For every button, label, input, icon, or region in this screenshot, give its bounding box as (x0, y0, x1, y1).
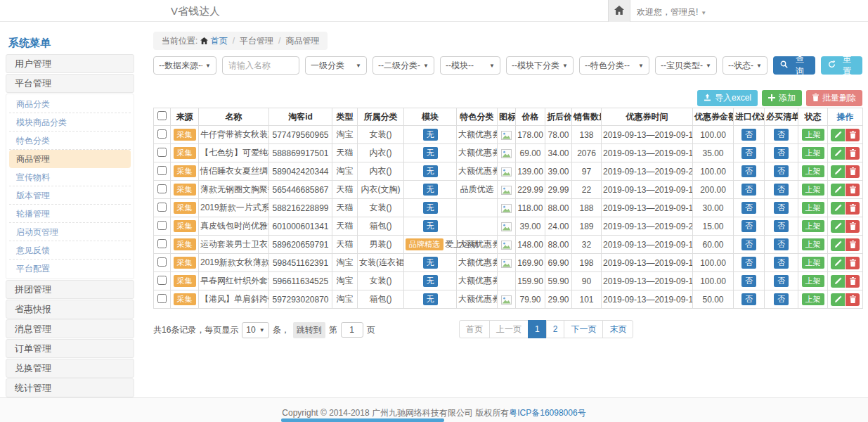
filter-module-select[interactable]: --模块--▼ (440, 56, 500, 75)
row-checkbox[interactable] (157, 294, 167, 303)
import-excel-button[interactable]: 导入excel (697, 90, 758, 106)
status-badge: 上架 (802, 184, 824, 196)
row-checkbox[interactable] (157, 276, 167, 285)
edit-button[interactable] (831, 238, 845, 251)
column-header: 价格 (516, 108, 545, 126)
batch-delete-button[interactable]: 批量删除 (806, 90, 862, 106)
sidebar-section-item[interactable]: 消息管理 (6, 319, 134, 338)
filter-level2-category-select[interactable]: --二级分类--▼ (373, 56, 434, 75)
cell-module: 无 (404, 217, 457, 236)
sidebar-section-item[interactable]: 拼团管理 (6, 280, 134, 299)
page-button[interactable]: 1 (528, 320, 547, 338)
sidebar-sub-item[interactable]: 轮播管理 (9, 205, 131, 223)
cell-taoke-id: 596611634525 (269, 272, 332, 290)
sidebar-sub-item[interactable]: 模块商品分类 (9, 113, 131, 132)
sidebar-section-item[interactable]: 订单管理 (6, 339, 134, 358)
top-header: V省钱达人 欢迎您，管理员!▼ (0, 0, 868, 22)
page-button[interactable]: 下一页 (564, 320, 603, 338)
cell-category: 箱包() (358, 290, 404, 309)
sidebar-sub-item[interactable]: 版本管理 (9, 186, 131, 205)
name-search-input[interactable] (222, 56, 299, 75)
cell-category: 内衣() (358, 162, 404, 181)
filter-data-source-select[interactable]: --数据来源--▼ (153, 56, 216, 75)
edit-button[interactable] (831, 293, 845, 306)
icp-link[interactable]: 粤ICP备16098006号 (509, 408, 585, 418)
sidebar-sub-item-active[interactable]: 商品管理 (9, 150, 131, 168)
jump-page-input[interactable] (341, 322, 363, 338)
filter-feature-category-select[interactable]: --特色分类--▼ (579, 56, 649, 75)
delete-button[interactable] (846, 257, 860, 269)
chevron-down-icon: ▼ (423, 63, 429, 69)
edit-button[interactable] (831, 202, 845, 215)
add-button[interactable]: 添加 (762, 90, 802, 106)
delete-button[interactable] (846, 220, 860, 233)
source-badge: 采集 (174, 165, 196, 177)
delete-button[interactable] (846, 293, 860, 306)
cell-coupon-amount: 100.00 (693, 162, 734, 181)
cell-module: 无 (404, 290, 457, 309)
source-badge: 采集 (174, 275, 196, 287)
delete-button[interactable] (846, 184, 860, 196)
row-checkbox[interactable] (157, 239, 167, 248)
sidebar-section-item[interactable]: 平台管理 (6, 74, 134, 93)
row-checkbox[interactable] (157, 184, 167, 193)
delete-button[interactable] (846, 147, 860, 160)
sidebar-section-item[interactable]: 统计管理 (6, 378, 134, 397)
sidebar-section-item[interactable]: 用户管理 (6, 54, 134, 73)
home-button[interactable] (608, 0, 630, 22)
reset-button[interactable]: 重置 (821, 56, 863, 75)
per-page-select[interactable]: 10▼ (242, 322, 268, 338)
sidebar-sub-item[interactable]: 意见反馈 (9, 241, 131, 260)
row-checkbox[interactable] (157, 166, 167, 175)
jump-to-label: 跳转到 (293, 322, 325, 338)
delete-button[interactable] (846, 238, 860, 251)
edit-button[interactable] (831, 184, 845, 196)
sidebar-sub-item[interactable]: 宣传物料 (9, 168, 131, 186)
cell-type: 淘宝 (332, 126, 358, 144)
cell-price: 169.90 (516, 254, 545, 272)
horizontal-scrollbar-thumb[interactable] (281, 418, 444, 422)
main-content: 当前位置: 首页 / 平台管理 / 商品管理 --数据来源--▼一级分类▼--二… (153, 32, 862, 397)
filter-bar: --数据来源--▼一级分类▼--二级分类--▼--模块--▼--模块下分类--▼… (153, 56, 862, 75)
sidebar-section-item[interactable]: 省惠快报 (6, 300, 134, 319)
module-badge: 无 (423, 165, 438, 177)
cell-sales: 90 (572, 272, 602, 290)
delete-button[interactable] (846, 165, 860, 178)
chevron-down-icon: ▼ (489, 63, 495, 69)
filter-level1-category-select[interactable]: 一级分类▼ (305, 56, 367, 75)
edit-button[interactable] (831, 129, 845, 141)
cell-icon (498, 254, 516, 272)
select-all-checkbox[interactable] (157, 111, 167, 120)
cell-coupon-time: 2019-09-13—2019-09-18 (602, 144, 693, 162)
page-button[interactable]: 2 (546, 320, 565, 338)
sidebar-sub-item[interactable]: 特色分类 (9, 132, 131, 150)
sidebar-sub-item[interactable]: 商品分类 (9, 95, 131, 113)
source-badge: 采集 (174, 220, 196, 232)
filter-status-select[interactable]: --状态--▼ (723, 56, 767, 75)
row-checkbox[interactable] (157, 148, 167, 157)
delete-button[interactable] (846, 275, 860, 288)
edit-button[interactable] (831, 275, 845, 288)
row-checkbox[interactable] (157, 257, 167, 267)
select-value: --模块-- (446, 60, 474, 72)
page-button[interactable]: 上一页 (489, 320, 529, 338)
sidebar-section-item[interactable]: 兑换管理 (6, 359, 134, 378)
breadcrumb-home-link[interactable]: 首页 (200, 35, 227, 47)
search-button[interactable]: 查询 (773, 56, 815, 75)
delete-button[interactable] (846, 129, 860, 141)
page-button[interactable]: 首页 (459, 320, 490, 338)
edit-button[interactable] (831, 257, 845, 269)
row-checkbox[interactable] (157, 203, 167, 212)
row-checkbox[interactable] (157, 129, 167, 139)
edit-button[interactable] (831, 147, 845, 160)
row-checkbox[interactable] (157, 221, 167, 230)
filter-item-type-select[interactable]: --宝贝类型--▼ (655, 56, 717, 75)
edit-button[interactable] (831, 165, 845, 178)
page-button[interactable]: 末页 (602, 320, 633, 338)
sidebar-sub-item[interactable]: 平台配置 (9, 260, 131, 278)
sidebar-sub-item[interactable]: 启动页管理 (9, 223, 131, 241)
delete-button[interactable] (846, 202, 860, 215)
filter-module-sub-category-select[interactable]: --模块下分类--▼ (506, 56, 574, 75)
edit-button[interactable] (831, 220, 845, 233)
user-menu[interactable]: 欢迎您，管理员!▼ (637, 6, 706, 18)
